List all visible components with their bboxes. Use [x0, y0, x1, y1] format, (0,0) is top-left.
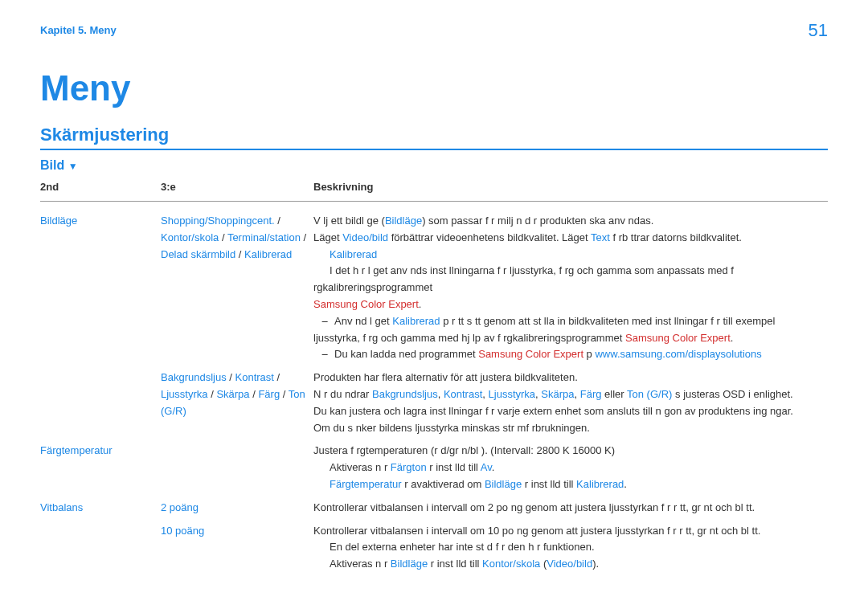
option: Bakgrundsljus: [161, 371, 227, 383]
subsection-label: Bild: [40, 158, 64, 172]
cell-3rd: Bakgrundsljus / Kontrast / Ljusstyrka / …: [161, 366, 313, 439]
cell-3rd: 10 poäng: [161, 520, 313, 576]
option: Delad skärmbild: [161, 248, 235, 260]
chapter-label: Kapitel 5. Meny: [40, 24, 828, 36]
cell-3rd: [161, 439, 313, 496]
cell-2nd: [40, 366, 161, 439]
table-row: 10 poäng Kontrollerar vitbalansen i inte…: [40, 520, 828, 576]
cell-desc: Kontrollerar vitbalansen i intervall om …: [313, 520, 828, 576]
cell-3rd: 2 poäng: [161, 497, 313, 520]
cell-3rd: Shopping/Shoppingcent. / Kontor/skola / …: [161, 210, 313, 366]
subsection-title: Bild ▼: [40, 158, 828, 173]
option: Kontrast: [235, 371, 274, 383]
table-row: Bildläge Shopping/Shoppingcent. / Kontor…: [40, 210, 828, 366]
divider-gray: [40, 201, 828, 202]
chevron-down-icon: ▼: [68, 161, 78, 172]
col-desc: Beskrivning: [313, 178, 828, 196]
option: Skärpa: [216, 388, 249, 400]
table-header-row: 2nd 3:e Beskrivning: [40, 178, 828, 196]
divider-blue: [40, 149, 828, 150]
table-row: Bakgrundsljus / Kontrast / Ljusstyrka / …: [40, 366, 828, 439]
section-title: Skärmjustering: [40, 125, 828, 145]
cell-2nd: Färgtemperatur: [40, 439, 161, 496]
cell-desc: V lj ett bildl ge (Bildläge) som passar …: [313, 210, 828, 366]
cell-desc: Kontrollerar vitbalansen i intervall om …: [313, 497, 828, 520]
page-title: Meny: [40, 68, 828, 108]
table-row: Färgtemperatur Justera f rgtemperaturen …: [40, 439, 828, 496]
option: Terminal/station: [227, 231, 301, 243]
option: Shopping/Shoppingcent.: [161, 215, 275, 227]
dash-icon: [313, 348, 334, 360]
page-number: 51: [809, 20, 828, 41]
option: Ljusstyrka: [161, 388, 208, 400]
col-2nd: 2nd: [40, 178, 161, 196]
option: Kontor/skola: [161, 231, 219, 243]
cell-2nd: [40, 520, 161, 576]
dash-icon: [313, 315, 334, 327]
link[interactable]: www.samsung.com/displaysolutions: [595, 348, 761, 360]
col-3rd: 3:e: [161, 178, 313, 196]
settings-table: 2nd 3:e Beskrivning Bildläge Shopping/Sh…: [40, 178, 828, 576]
cell-2nd: Vitbalans: [40, 497, 161, 520]
cell-desc: Justera f rgtemperaturen (r d/gr n/bl ).…: [313, 439, 828, 496]
cell-desc: Produkten har flera alternativ för att j…: [313, 366, 828, 439]
table-row: Vitbalans 2 poäng Kontrollerar vitbalans…: [40, 497, 828, 520]
cell-2nd: Bildläge: [40, 210, 161, 366]
option: Kalibrerad: [244, 248, 292, 260]
option: Färg: [258, 388, 280, 400]
